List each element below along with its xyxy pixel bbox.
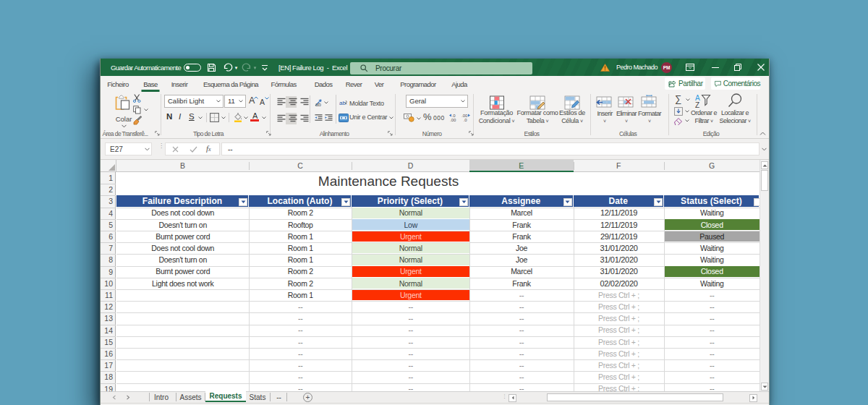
svg-text:Z: Z xyxy=(695,101,699,108)
svg-text:ab: ab xyxy=(315,102,321,107)
svg-text:.00: .00 xyxy=(450,118,456,122)
svg-text:.0: .0 xyxy=(464,118,468,122)
